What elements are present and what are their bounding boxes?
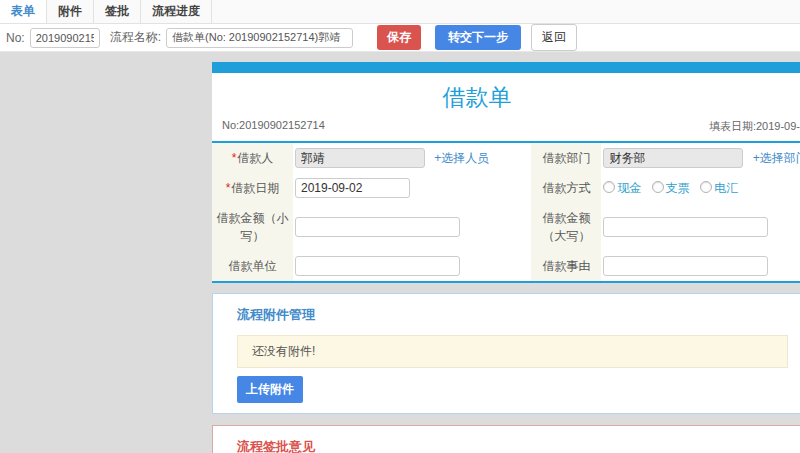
card-top-bar (212, 62, 800, 73)
table-row: 借款单位 借款事由 (212, 251, 800, 281)
fill-date-text: 填表日期:2019-09-02 15:27:1 (709, 119, 800, 134)
no-input[interactable] (30, 28, 100, 48)
amount-upper-label: 借款金额（大写） (542, 211, 590, 243)
table-row: 借款金额（小写） 借款金额（大写） (212, 203, 800, 251)
department-label-cell: 借款部门 (531, 143, 601, 173)
process-name-input[interactable] (166, 28, 353, 48)
save-button[interactable]: 保存 (377, 25, 421, 50)
tab-form[interactable]: 表单 (0, 0, 47, 23)
tab-approval[interactable]: 签批 (94, 0, 141, 23)
radio-label-wire: 电汇 (714, 181, 738, 195)
approval-comments-section: 流程签批意见 B I abc (212, 425, 800, 453)
amount-upper-label-cell: 借款金额（大写） (531, 203, 601, 251)
unit-input[interactable] (295, 256, 460, 276)
radio-option-cheque[interactable]: 支票 (652, 181, 690, 195)
action-toolbar: No: 流程名称: 保存 转交下一步 返回 (0, 24, 800, 52)
loan-date-label-cell: *借款日期 (212, 173, 293, 203)
borrower-value-cell: +选择人员 (293, 143, 531, 173)
method-label: 借款方式 (542, 181, 590, 195)
select-person-link[interactable]: +选择人员 (434, 151, 489, 165)
loan-date-value-cell (293, 173, 531, 203)
department-input[interactable] (603, 148, 743, 168)
amount-lower-value-cell (293, 203, 531, 251)
amount-lower-label: 借款金额（小写） (217, 211, 289, 243)
form-no-text: No:20190902152714 (222, 119, 325, 134)
radio-option-cash[interactable]: 现金 (603, 181, 641, 195)
tab-process-progress[interactable]: 流程进度 (141, 0, 212, 23)
back-button[interactable]: 返回 (531, 24, 577, 51)
loan-form-table: *借款人 +选择人员 借款部门 +选择部门 *借款日期 (212, 143, 800, 281)
radio-label-cheque: 支票 (666, 181, 690, 195)
unit-label: 借款单位 (229, 259, 277, 273)
reason-label-cell: 借款事由 (531, 251, 601, 281)
approval-section-title: 流程签批意见 (237, 438, 800, 453)
borrower-input[interactable] (295, 148, 425, 168)
method-label-cell: 借款方式 (531, 173, 601, 203)
department-value-cell: +选择部门 (601, 143, 800, 173)
table-row: *借款人 +选择人员 借款部门 +选择部门 (212, 143, 800, 173)
loan-date-label: 借款日期 (231, 181, 279, 195)
borrower-label-cell: *借款人 (212, 143, 293, 173)
method-value-cell: 现金 支票 电汇 (601, 173, 800, 203)
page-background: 借款单 No:20190902152714 填表日期:2019-09-02 15… (0, 52, 800, 453)
form-meta-row: No:20190902152714 填表日期:2019-09-02 15:27:… (212, 116, 800, 141)
radio-label-cash: 现金 (617, 181, 641, 195)
radio-icon (652, 181, 664, 193)
department-label: 借款部门 (542, 151, 590, 165)
loan-form-card: 借款单 No:20190902152714 填表日期:2019-09-02 15… (212, 62, 800, 283)
reason-label: 借款事由 (542, 259, 590, 273)
loan-date-input[interactable] (295, 178, 410, 198)
radio-icon (700, 181, 712, 193)
table-row: *借款日期 借款方式 现金 支票 电汇 (212, 173, 800, 203)
required-mark: * (226, 181, 231, 195)
tab-bar: 表单 附件 签批 流程进度 (0, 0, 800, 24)
unit-value-cell (293, 251, 531, 281)
no-label: No: (6, 31, 25, 45)
reason-value-cell (601, 251, 800, 281)
radio-icon (603, 181, 615, 193)
amount-upper-input[interactable] (603, 217, 768, 237)
upload-attachment-button[interactable]: 上传附件 (237, 376, 303, 403)
amount-lower-label-cell: 借款金额（小写） (212, 203, 293, 251)
reason-input[interactable] (603, 256, 768, 276)
page-title: 借款单 (157, 73, 797, 116)
forward-next-step-button[interactable]: 转交下一步 (435, 25, 521, 50)
amount-lower-input[interactable] (295, 217, 460, 237)
divider-line (212, 281, 800, 283)
amount-upper-value-cell (601, 203, 800, 251)
tab-attachments[interactable]: 附件 (47, 0, 94, 23)
select-department-link[interactable]: +选择部门 (753, 151, 800, 165)
attachments-section-title: 流程附件管理 (237, 306, 800, 324)
no-attachments-message: 还没有附件! (237, 335, 788, 368)
unit-label-cell: 借款单位 (212, 251, 293, 281)
radio-option-wire[interactable]: 电汇 (700, 181, 738, 195)
borrower-label: 借款人 (237, 151, 273, 165)
required-mark: * (232, 151, 237, 165)
attachments-section: 流程附件管理 还没有附件! 上传附件 (212, 293, 800, 414)
process-name-label: 流程名称: (110, 29, 161, 46)
